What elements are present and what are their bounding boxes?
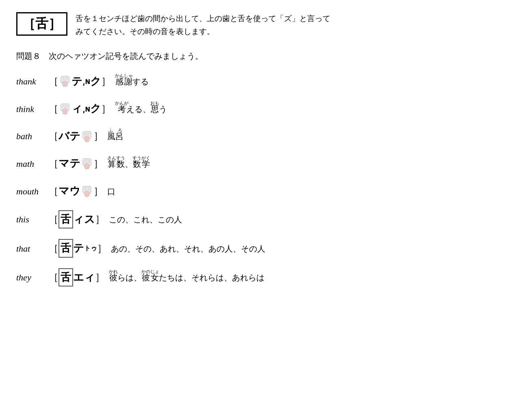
header-section: ［舌］ 舌を１センチほど歯の間から出して、上の歯と舌を使って「ズ」と言って みて… — [16, 12, 504, 39]
entry-that: that ［ 舌 テ トゥ ］ あの、その、あれ、それ、あの人、その人 — [16, 239, 504, 258]
english-bath: bath — [16, 129, 49, 143]
meaning-think: 考かんがえる、思おもう — [115, 101, 170, 116]
phonetic-think: ［ ィ ͵ɴ ク ］ — [49, 100, 111, 117]
english-think: think — [16, 102, 49, 116]
entry-bath: bath ［ バ テ ］ 風呂ふ ろ — [16, 128, 504, 145]
entry-thank: thank ［ テ ͵ɴ ク ］ 感謝かんしゃする — [16, 73, 504, 90]
meaning-they: 彼かれらは、彼女かのじょたちは、それらは、あれらは — [109, 269, 266, 284]
meaning-thank: 感謝かんしゃする — [115, 73, 149, 88]
english-this: this — [16, 212, 49, 226]
english-that: that — [16, 241, 49, 256]
tongue-icon-mouth — [81, 185, 93, 197]
tongue-char-they: 舌 — [58, 268, 73, 287]
meaning-mouth: 口 — [107, 185, 115, 198]
header-description: 舌を１センチほど歯の間から出して、上の歯と舌を使って「ズ」と言って みてください… — [76, 12, 330, 39]
header-label: ［舌］ — [16, 12, 67, 36]
phonetic-this: ［ 舌 ィ ス ］ — [49, 210, 105, 229]
entry-mouth: mouth ［ マ ウ ］ 口 — [16, 183, 504, 200]
english-math: math — [16, 157, 49, 171]
meaning-math: 算数さんすう、数学すうがく — [107, 156, 151, 170]
entry-math: math ［ マ テ ］ 算数さんすう、数学すうがく — [16, 155, 504, 172]
phonetic-math: ［ マ テ ］ — [49, 155, 103, 172]
entry-think: think ［ ィ ͵ɴ ク ］ 考かんがえる、思おもう — [16, 100, 504, 117]
phonetic-bath: ［ バ テ ］ — [49, 128, 103, 145]
tongue-icon-bath — [81, 131, 93, 142]
phonetic-they: ［ 舌 エ ィ ］ — [49, 268, 105, 287]
meaning-bath: 風呂ふ ろ — [107, 128, 124, 143]
entry-they: they ［ 舌 エ ィ ］ 彼かれらは、彼女かのじょたちは、それらは、あれらは — [16, 268, 504, 287]
entry-this: this ［ 舌 ィ ス ］ この、これ、この人 — [16, 210, 504, 229]
tongue-icon-thank — [59, 75, 71, 87]
phonetic-that: ［ 舌 テ トゥ ］ — [49, 239, 107, 258]
english-thank: thank — [16, 74, 49, 88]
meaning-this: この、これ、この人 — [109, 213, 182, 226]
header-desc-line2: みてください。その時の音を表します。 — [76, 25, 330, 38]
tongue-char-that: 舌 — [58, 239, 73, 258]
english-they: they — [16, 270, 49, 284]
mondai-title: 問題８ 次のヘァツオン記号を読んでみましょう。 — [16, 51, 504, 62]
header-desc-line1: 舌を１センチほど歯の間から出して、上の歯と舌を使って「ズ」と言って — [76, 12, 330, 25]
phonetic-mouth: ［ マ ウ ］ — [49, 183, 103, 200]
phonetic-thank: ［ テ ͵ɴ ク ］ — [49, 73, 111, 90]
tongue-icon-math — [81, 158, 93, 169]
tongue-char-this: 舌 — [58, 210, 73, 229]
english-mouth: mouth — [16, 184, 49, 198]
tongue-icon-think — [59, 103, 71, 114]
meaning-that: あの、その、あれ、それ、あの人、その人 — [111, 242, 265, 255]
